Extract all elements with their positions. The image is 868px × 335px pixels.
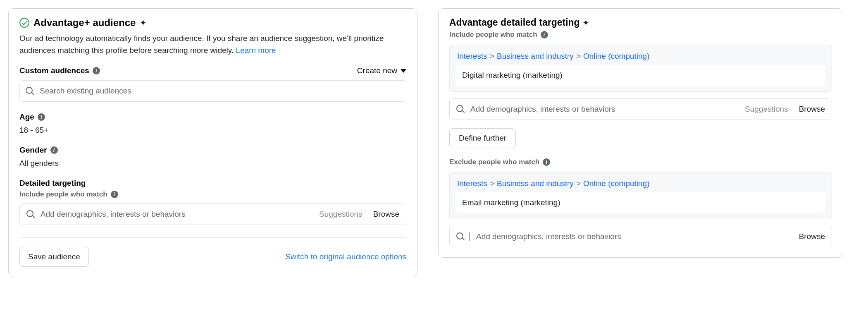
age-value: 18 - 65+ xyxy=(19,126,406,135)
create-new-dropdown[interactable]: Create new xyxy=(357,66,406,75)
panel-title: Advantage detailed targeting xyxy=(449,17,580,28)
info-icon[interactable] xyxy=(50,146,58,154)
include-search-input[interactable] xyxy=(470,104,740,114)
detailed-targeting-search[interactable]: Suggestions Browse xyxy=(19,203,406,225)
detailed-targeting-label: Detailed targeting xyxy=(19,179,406,188)
info-icon[interactable] xyxy=(111,191,118,198)
gender-value: All genders xyxy=(19,159,406,168)
sparkle-icon: ✦ xyxy=(140,19,147,27)
search-icon xyxy=(26,87,34,95)
exclude-search-input[interactable] xyxy=(475,232,794,242)
custom-audiences-search-input[interactable] xyxy=(39,86,400,96)
info-icon[interactable] xyxy=(38,113,45,121)
check-circle-icon xyxy=(19,18,29,28)
custom-audiences-label-text: Custom audiences xyxy=(19,66,89,75)
browse-link[interactable]: Browse xyxy=(799,232,825,241)
save-audience-button[interactable]: Save audience xyxy=(19,247,89,267)
include-sublabel: Include people who match xyxy=(449,31,832,39)
browse-link[interactable]: Browse xyxy=(373,210,399,219)
text-cursor-icon xyxy=(470,232,470,241)
advantage-audience-panel: Advantage+ audience ✦ Our ad technology … xyxy=(8,8,417,277)
learn-more-link[interactable]: Learn more xyxy=(236,46,276,55)
divider xyxy=(19,237,406,238)
info-icon[interactable] xyxy=(543,158,550,166)
panel-footer: Save audience Switch to original audienc… xyxy=(19,247,406,267)
include-sublabel-text: Include people who match xyxy=(449,31,537,39)
exclude-breadcrumb: Interests>Business and industry>Online (… xyxy=(455,177,826,192)
exclude-search[interactable]: Browse xyxy=(449,226,832,247)
custom-audiences-search[interactable] xyxy=(19,80,406,102)
exclude-chipset: Interests>Business and industry>Online (… xyxy=(449,172,832,219)
age-label: Age xyxy=(19,112,406,122)
crumb-link[interactable]: Interests xyxy=(457,179,487,188)
info-icon[interactable] xyxy=(93,67,100,74)
crumb-sep: > xyxy=(576,179,581,188)
age-label-text: Age xyxy=(19,112,34,122)
create-new-label: Create new xyxy=(357,66,397,75)
include-chipset: Interests>Business and industry>Online (… xyxy=(449,45,832,92)
suggestions-link[interactable]: Suggestions xyxy=(745,105,788,114)
crumb-sep: > xyxy=(490,179,494,188)
search-icon xyxy=(456,232,465,241)
switch-audience-link[interactable]: Switch to original audience options xyxy=(285,252,406,261)
exclude-sublabel: Exclude people who match xyxy=(449,158,832,166)
include-sublabel-text: Include people who match xyxy=(19,190,107,199)
info-icon[interactable] xyxy=(541,31,548,38)
detailed-targeting-label-text: Detailed targeting xyxy=(19,179,86,188)
gender-label: Gender xyxy=(19,146,406,155)
include-sublabel: Include people who match xyxy=(19,190,406,199)
advantage-detailed-targeting-panel: Advantage detailed targeting✦ Include pe… xyxy=(438,8,843,258)
exclude-sublabel-text: Exclude people who match xyxy=(449,158,539,166)
chevron-down-icon xyxy=(401,69,406,73)
crumb-sep: > xyxy=(576,52,581,60)
search-icon xyxy=(456,105,465,113)
crumb-link[interactable]: Business and industry xyxy=(497,179,574,188)
crumb-link[interactable]: Interests xyxy=(457,52,487,60)
custom-audiences-row: Custom audiences Create new xyxy=(19,66,406,75)
exclude-selected-chip[interactable]: Email marketing (marketing) xyxy=(455,192,826,213)
sparkle-icon: ✦ xyxy=(582,19,589,27)
suggestions-link[interactable]: Suggestions xyxy=(319,210,362,219)
panel-description: Our ad technology automatically finds yo… xyxy=(19,33,406,56)
browse-link[interactable]: Browse xyxy=(799,105,825,114)
search-icon xyxy=(26,210,35,218)
define-further-button[interactable]: Define further xyxy=(449,128,516,148)
include-selected-chip[interactable]: Digital marketing (marketing) xyxy=(455,65,826,86)
panel-description-text: Our ad technology automatically finds yo… xyxy=(19,34,384,55)
detailed-targeting-input[interactable] xyxy=(40,209,314,219)
include-search[interactable]: Suggestions Browse xyxy=(449,98,832,120)
crumb-link[interactable]: Online (computing) xyxy=(583,179,650,188)
panel-title: Advantage+ audience xyxy=(33,17,136,29)
gender-label-text: Gender xyxy=(19,146,47,155)
crumb-link[interactable]: Business and industry xyxy=(497,52,574,60)
include-breadcrumb: Interests>Business and industry>Online (… xyxy=(455,50,826,65)
crumb-sep: > xyxy=(490,52,494,60)
crumb-link[interactable]: Online (computing) xyxy=(583,52,650,60)
custom-audiences-label: Custom audiences xyxy=(19,66,100,75)
panel-header: Advantage+ audience ✦ xyxy=(19,17,406,29)
panel-header: Advantage detailed targeting✦ xyxy=(449,17,832,28)
